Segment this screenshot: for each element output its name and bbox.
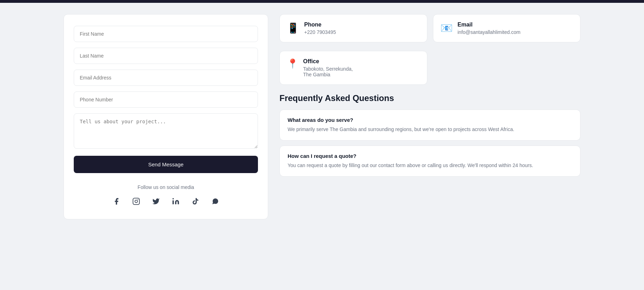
office-card-content: Office Tabokoto, Serrekunda, The Gambia	[303, 58, 353, 77]
linkedin-icon[interactable]	[169, 195, 182, 208]
whatsapp-icon[interactable]	[209, 195, 222, 208]
social-label: Follow us on social media	[138, 184, 194, 190]
twitter-icon[interactable]	[150, 195, 162, 208]
top-bar	[0, 0, 644, 3]
main-layout: Send Message Follow us on social media	[0, 3, 644, 231]
email-card-content: Email info@santayallahlimited.com	[458, 22, 520, 35]
svg-point-1	[135, 200, 137, 202]
phone-input[interactable]	[74, 91, 258, 108]
contact-cards-row: 📱 Phone +220 7903495 📧 Email info@santay…	[279, 14, 580, 42]
office-card-detail-line2: The Gambia	[303, 72, 353, 77]
message-input[interactable]	[74, 113, 258, 149]
facebook-icon[interactable]	[110, 195, 123, 208]
office-card-detail-line1: Tabokoto, Serrekunda,	[303, 66, 353, 72]
tiktok-icon[interactable]	[189, 195, 202, 208]
faq-title: Frequently Asked Questions	[279, 93, 580, 103]
email-card: 📧 Email info@santayallahlimited.com	[433, 14, 581, 42]
last-name-input[interactable]	[74, 48, 258, 64]
phone-card: 📱 Phone +220 7903495	[279, 14, 427, 42]
phone-card-content: Phone +220 7903495	[304, 22, 336, 35]
location-pin-icon: 📍	[287, 58, 298, 69]
instagram-icon[interactable]	[130, 195, 143, 208]
contact-form-panel: Send Message Follow us on social media	[64, 14, 268, 219]
faq-question-1: What areas do you serve?	[288, 117, 572, 123]
office-card: 📍 Office Tabokoto, Serrekunda, The Gambi…	[279, 51, 427, 85]
faq-answer-1: We primarily serve The Gambia and surrou…	[288, 126, 572, 133]
social-section: Follow us on social media	[74, 184, 258, 208]
faq-item-1: What areas do you serve? We primarily se…	[279, 110, 580, 141]
faq-question-2: How can I request a quote?	[288, 153, 572, 159]
email-input[interactable]	[74, 70, 258, 86]
phone-card-detail: +220 7903495	[304, 29, 336, 35]
email-icon: 📧	[440, 22, 453, 34]
send-message-button[interactable]: Send Message	[74, 156, 258, 173]
social-icons-row	[110, 195, 222, 208]
first-name-input[interactable]	[74, 26, 258, 42]
faq-answer-2: You can request a quote by filling out o…	[288, 162, 572, 169]
faq-section: Frequently Asked Questions What areas do…	[279, 93, 580, 177]
phone-icon: 📱	[287, 22, 299, 34]
svg-point-2	[138, 199, 138, 200]
svg-point-3	[173, 198, 174, 200]
phone-card-title: Phone	[304, 22, 336, 28]
right-panel: 📱 Phone +220 7903495 📧 Email info@santay…	[279, 14, 580, 219]
svg-rect-0	[133, 198, 139, 205]
faq-item-2: How can I request a quote? You can reque…	[279, 146, 580, 177]
email-card-detail: info@santayallahlimited.com	[458, 29, 520, 35]
office-card-title: Office	[303, 58, 353, 65]
email-card-title: Email	[458, 22, 520, 28]
